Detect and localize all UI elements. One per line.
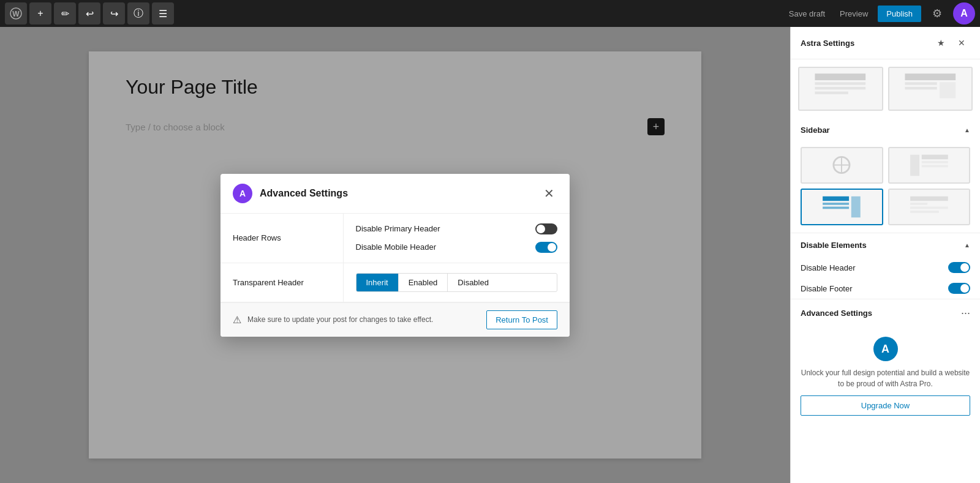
disable-footer-toggle[interactable] xyxy=(948,283,970,294)
disable-header-row: Disable Header xyxy=(791,257,980,278)
svg-rect-24 xyxy=(910,211,939,213)
topbar-right: Save draft Preview Publish ⚙ A xyxy=(784,2,975,24)
edit-button[interactable]: ✏ xyxy=(54,2,76,24)
sidebar-layout-left[interactable] xyxy=(888,147,971,184)
modal-astra-icon: A xyxy=(233,184,252,203)
astra-icon[interactable]: A xyxy=(953,2,975,24)
advanced-settings-modal: A Advanced Settings ✕ Header Rows Disabl… xyxy=(221,174,570,337)
sidebar-layout-grid xyxy=(791,142,980,233)
svg-rect-6 xyxy=(905,73,956,80)
more-options-icon[interactable]: ··· xyxy=(961,307,970,320)
transparent-header-cell-controls: Inherit Enabled Disabled xyxy=(343,263,570,302)
sidebar-layout-no-sidebar[interactable] xyxy=(801,147,883,184)
svg-rect-17 xyxy=(823,197,849,201)
svg-rect-21 xyxy=(910,197,948,201)
svg-rect-16 xyxy=(922,165,948,168)
svg-rect-23 xyxy=(910,207,948,209)
topbar-left: W + ✏ ↩ ↪ ⓘ ☰ xyxy=(5,2,174,24)
add-block-button[interactable]: + xyxy=(29,2,51,24)
disable-elements-label: Disable Elements xyxy=(801,241,867,250)
modal-header: A Advanced Settings ✕ xyxy=(221,174,570,214)
topbar: W + ✏ ↩ ↪ ⓘ ☰ Save draft Preview Publish… xyxy=(0,0,980,27)
disable-mobile-header-toggle[interactable] xyxy=(535,242,557,253)
sidebar-layout-full[interactable] xyxy=(888,189,971,225)
sidebar-header-icons: ★ ✕ xyxy=(932,34,970,51)
disable-header-label: Disable Header xyxy=(801,263,856,272)
upgrade-now-button[interactable]: Upgrade Now xyxy=(801,395,970,416)
svg-rect-20 xyxy=(851,197,861,218)
close-sidebar-button[interactable]: ✕ xyxy=(953,34,970,51)
astra-promo: A Unlock your full design potential and … xyxy=(791,327,980,425)
header-rows-cell-controls: Disable Primary Header Disable Mobile He… xyxy=(343,214,570,263)
modal-table: Header Rows Disable Primary Header Disab… xyxy=(221,214,570,302)
modal-title: Advanced Settings xyxy=(260,188,540,199)
disable-footer-row: Disable Footer xyxy=(791,278,980,299)
svg-text:W: W xyxy=(12,10,20,18)
disable-primary-header-toggle[interactable] xyxy=(535,223,557,234)
settings-button[interactable]: ⚙ xyxy=(926,2,948,24)
wp-logo: W xyxy=(5,2,27,24)
svg-rect-5 xyxy=(815,91,848,94)
advanced-settings-section: Advanced Settings ··· xyxy=(791,299,980,327)
inherit-button[interactable]: Inherit xyxy=(356,274,399,291)
svg-rect-14 xyxy=(922,155,948,159)
disable-mobile-header-label: Disable Mobile Header xyxy=(356,242,437,252)
sidebar-layout-right[interactable] xyxy=(801,189,883,225)
sidebar-section-header[interactable]: Sidebar ▲ xyxy=(791,118,980,142)
sidebar-chevron-icon: ▲ xyxy=(964,127,970,133)
disable-elements-section: Disable Elements ▲ Disable Header Disabl… xyxy=(791,233,980,299)
svg-rect-7 xyxy=(905,82,937,84)
layout-thumb-1[interactable] xyxy=(798,67,883,111)
advanced-settings-label: Advanced Settings xyxy=(801,309,872,318)
disable-header-toggle[interactable] xyxy=(948,262,970,273)
disable-primary-header-row: Disable Primary Header xyxy=(356,223,558,234)
transparent-header-toggle-group: Inherit Enabled Disabled xyxy=(356,273,558,292)
undo-button[interactable]: ↩ xyxy=(78,2,100,24)
transparent-header-cell-label: Transparent Header xyxy=(221,263,343,302)
header-rows-cell-label: Header Rows xyxy=(221,214,343,263)
save-draft-button[interactable]: Save draft xyxy=(784,7,830,21)
astra-promo-text: Unlock your full design potential and bu… xyxy=(801,367,970,389)
svg-rect-3 xyxy=(815,82,866,84)
svg-rect-13 xyxy=(910,155,919,176)
publish-button[interactable]: Publish xyxy=(878,6,921,22)
modal-footer-text: Make sure to update your post for change… xyxy=(247,315,480,324)
preview-button[interactable]: Preview xyxy=(835,7,873,21)
svg-rect-22 xyxy=(910,203,927,205)
layout-thumb-2[interactable] xyxy=(888,67,973,111)
sidebar: Astra Settings ★ ✕ Sidebar ▲ xyxy=(790,27,980,483)
disable-elements-chevron-icon: ▲ xyxy=(964,242,970,249)
svg-rect-19 xyxy=(823,207,849,209)
modal-footer: ⚠ Make sure to update your post for chan… xyxy=(221,302,570,337)
astra-promo-icon: A xyxy=(873,337,898,361)
return-to-post-button[interactable]: Return To Post xyxy=(486,310,557,329)
enabled-button[interactable]: Enabled xyxy=(399,274,448,291)
modal-body: Header Rows Disable Primary Header Disab… xyxy=(221,214,570,302)
modal-close-button[interactable]: ✕ xyxy=(540,185,557,202)
sidebar-section-label: Sidebar xyxy=(801,125,830,135)
sidebar-section: Sidebar ▲ xyxy=(791,118,980,233)
svg-rect-15 xyxy=(922,161,948,163)
disabled-button[interactable]: Disabled xyxy=(448,274,499,291)
disable-primary-header-label: Disable Primary Header xyxy=(356,224,440,233)
info-button[interactable]: ⓘ xyxy=(127,2,149,24)
svg-rect-2 xyxy=(815,73,866,80)
list-view-button[interactable]: ☰ xyxy=(152,2,174,24)
info-icon: ⚠ xyxy=(233,314,241,326)
layout-grid-top xyxy=(791,59,980,118)
disable-footer-label: Disable Footer xyxy=(801,284,853,293)
disable-elements-header[interactable]: Disable Elements ▲ xyxy=(791,233,980,257)
redo-button[interactable]: ↪ xyxy=(103,2,125,24)
svg-rect-18 xyxy=(823,203,849,205)
transparent-header-row: Transparent Header Inherit Enabled Disab… xyxy=(221,263,570,302)
star-button[interactable]: ★ xyxy=(932,34,949,51)
disable-mobile-header-row: Disable Mobile Header xyxy=(356,242,558,253)
sidebar-header: Astra Settings ★ ✕ xyxy=(791,27,980,59)
header-rows-row: Header Rows Disable Primary Header Disab… xyxy=(221,214,570,263)
svg-rect-8 xyxy=(905,87,937,89)
modal-overlay: A Advanced Settings ✕ Header Rows Disabl… xyxy=(0,27,790,483)
svg-rect-9 xyxy=(940,82,956,98)
sidebar-title: Astra Settings xyxy=(801,39,854,48)
svg-rect-4 xyxy=(815,87,866,89)
